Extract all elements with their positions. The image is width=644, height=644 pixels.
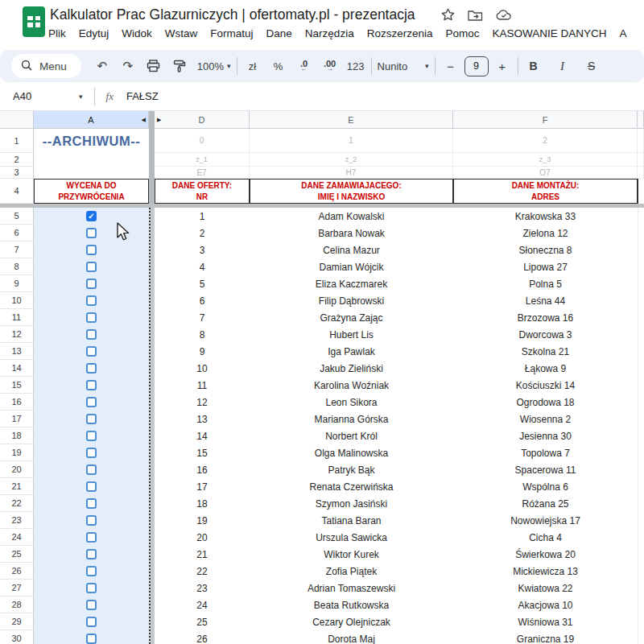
cell-client-name[interactable]: Marianna Górska [250, 411, 453, 427]
cell-g-sliver[interactable] [638, 461, 644, 478]
row-header[interactable]: 10 [0, 292, 34, 309]
cell-checkbox[interactable]: ✓ [34, 411, 149, 427]
archive-checkbox[interactable]: ✓ [86, 481, 97, 492]
strikethrough-button[interactable]: S [582, 56, 601, 76]
cell-checkbox[interactable]: ✓ [34, 343, 149, 360]
cell-offer-nr[interactable]: 3 [155, 242, 250, 258]
row-header[interactable]: 16 [0, 394, 34, 411]
archive-checkbox[interactable]: ✓ [86, 329, 97, 340]
cell-g-sliver[interactable] [638, 529, 644, 546]
cell-g-sliver[interactable] [638, 427, 644, 444]
zoom-select[interactable]: 100%▾ [197, 56, 231, 76]
cell-client-name[interactable]: Adrian Tomaszewski [250, 580, 453, 597]
menu-kasowanie-danych[interactable]: KASOWANIE DANYCH [492, 27, 606, 39]
cell-offer-nr[interactable]: 18 [155, 495, 250, 512]
column-header-g-sliver[interactable] [638, 111, 644, 129]
font-select[interactable]: Nunito▾ [378, 56, 429, 76]
cell-checkbox[interactable]: ✓ [34, 394, 149, 411]
cell-checkbox[interactable]: ✓ [34, 512, 149, 529]
row-header[interactable]: 30 [0, 630, 34, 644]
row-header[interactable]: 27 [0, 580, 34, 597]
archive-checkbox[interactable]: ✓ [86, 583, 97, 593]
cell-e4-header[interactable]: DANE ZAMAWIAJACEGO:IMIĘ I NAZWISKO [250, 179, 453, 204]
cell-address[interactable]: Brzozowa 16 [453, 309, 638, 326]
cloud-saved-icon[interactable] [496, 9, 512, 21]
archive-checkbox[interactable]: ✓ [86, 498, 97, 509]
archive-checkbox[interactable]: ✓ [86, 295, 97, 306]
cell-checkbox[interactable]: ✓ [34, 529, 149, 546]
archive-checkbox[interactable]: ✓ [86, 532, 97, 543]
archive-checkbox[interactable]: ✓ [86, 448, 97, 458]
cell-checkbox[interactable]: ✓ [34, 444, 149, 461]
cell-address[interactable]: Spacerowa 11 [453, 461, 638, 478]
menu-wstaw[interactable]: Wstaw [165, 27, 198, 39]
cell-offer-nr[interactable]: 12 [155, 394, 250, 411]
archive-checkbox[interactable]: ✓ [86, 397, 97, 407]
row-header[interactable]: 23 [0, 512, 34, 529]
row-header-2[interactable]: 2 [0, 153, 34, 167]
cell-offer-nr[interactable]: 16 [155, 461, 250, 478]
cell-address[interactable]: Akacjowa 10 [453, 597, 638, 613]
cell-client-name[interactable]: Wiktor Kurek [250, 546, 453, 563]
archive-checkbox[interactable]: ✓ [86, 464, 97, 475]
cell-offer-nr[interactable]: 7 [155, 309, 250, 326]
cell-g-sliver[interactable] [638, 444, 644, 461]
cell-offer-nr[interactable]: 10 [155, 360, 250, 377]
decrease-font-size-button[interactable]: − [441, 56, 460, 76]
cell-address[interactable]: Jesienna 30 [453, 427, 638, 444]
row-header-4[interactable]: 4 [0, 179, 34, 204]
cell-offer-nr[interactable]: 5 [155, 275, 250, 292]
cell-client-name[interactable]: Celina Mazur [250, 242, 453, 258]
archive-checkbox[interactable]: ✓ [86, 262, 97, 272]
menu-dane[interactable]: Dane [266, 27, 292, 39]
cell-address[interactable]: Lipowa 27 [453, 258, 638, 275]
cell-g-sliver[interactable] [638, 292, 644, 309]
cell-address[interactable]: Wiśniowa 31 [453, 613, 638, 630]
collapse-columns-icon[interactable]: ◀ [142, 117, 146, 123]
cell-offer-nr[interactable]: 17 [155, 478, 250, 495]
cell-client-name[interactable]: Renata Czerwińska [250, 478, 453, 495]
cell-offer-nr[interactable]: 13 [155, 411, 250, 427]
cell-g-sliver[interactable] [638, 563, 644, 580]
cell-address[interactable]: Leśna 44 [453, 292, 638, 309]
cell-address[interactable]: Różana 25 [453, 495, 638, 512]
cell-client-name[interactable]: Jakub Zieliński [250, 360, 453, 377]
cell-address[interactable]: Wspólna 6 [453, 478, 638, 495]
cell-client-name[interactable]: Tatiana Baran [250, 512, 453, 529]
font-size-input[interactable]: 9 [464, 56, 489, 76]
cell-address[interactable]: Wiosenna 2 [453, 411, 638, 427]
cell-client-name[interactable]: Zofia Piątek [250, 563, 453, 580]
cell-checkbox[interactable]: ✓ [34, 613, 149, 630]
column-header-e[interactable]: E [250, 111, 453, 129]
cell-offer-nr[interactable]: 4 [155, 258, 250, 275]
archive-checkbox[interactable]: ✓ [86, 617, 97, 627]
bold-button[interactable]: B [524, 56, 543, 76]
menu-narzedzia[interactable]: Narzędzia [305, 27, 354, 39]
cell-offer-nr[interactable]: 25 [155, 613, 250, 630]
cell-a1-archiwum[interactable]: --ARCHIWUM-- [34, 129, 149, 179]
cell-checkbox[interactable]: ✓ [34, 546, 149, 563]
cell-address[interactable]: Kościuszki 14 [453, 377, 638, 394]
cell-offer-nr[interactable]: 8 [155, 326, 250, 343]
cell-client-name[interactable]: Filip Dąbrowski [250, 292, 453, 309]
cell-address[interactable]: Zielona 12 [453, 225, 638, 242]
cell-e2[interactable]: z_2 [250, 153, 453, 167]
cell-checkbox[interactable]: ✓ [34, 461, 149, 478]
row-header[interactable]: 14 [0, 360, 34, 377]
cell-checkbox[interactable]: ✓ [34, 360, 149, 377]
paint-format-icon[interactable] [170, 56, 189, 76]
cell-client-name[interactable]: Damian Wójcik [250, 258, 453, 275]
cell-g-sliver[interactable] [638, 613, 644, 630]
archive-checkbox[interactable]: ✓ [86, 346, 97, 357]
archive-checkbox[interactable]: ✓ [86, 566, 97, 576]
row-header[interactable]: 9 [0, 275, 34, 292]
archive-checkbox[interactable]: ✓ [86, 363, 97, 374]
archive-checkbox[interactable]: ✓ [86, 414, 97, 424]
cell-checkbox[interactable]: ✓ [34, 377, 149, 394]
formula-input[interactable]: FAŁSZ [126, 90, 159, 102]
row-header[interactable]: 12 [0, 326, 34, 343]
cell-offer-nr[interactable]: 23 [155, 580, 250, 597]
cell-address[interactable]: Nowowiejska 17 [453, 512, 638, 529]
row-header[interactable]: 15 [0, 377, 34, 394]
archive-checkbox[interactable]: ✓ [86, 515, 97, 526]
